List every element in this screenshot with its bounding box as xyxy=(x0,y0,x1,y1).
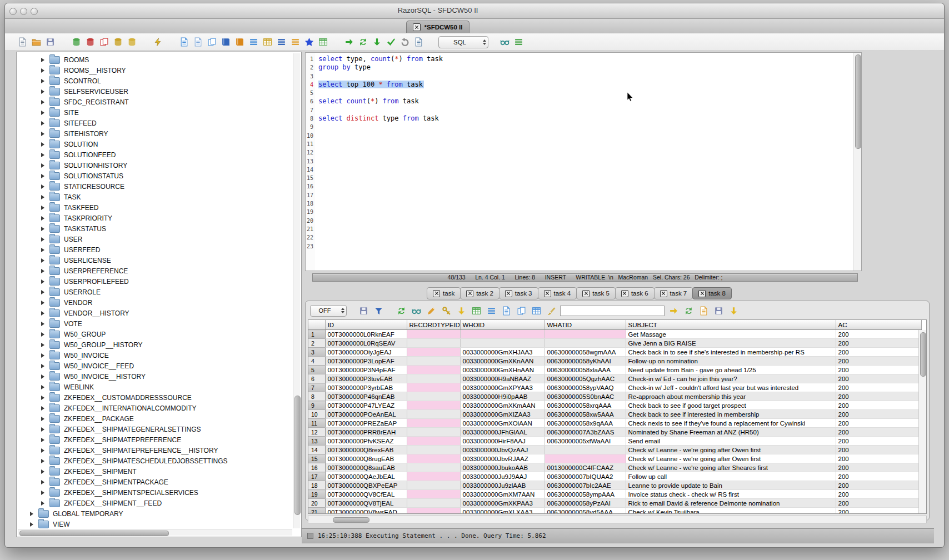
view-mode-icon[interactable] xyxy=(410,304,422,317)
expand-arrow-icon[interactable] xyxy=(41,206,44,210)
table-row[interactable]: 1300T3000000PfvKSEAZ0033000000HirF8AAJ00… xyxy=(308,437,921,446)
cell-whoid[interactable]: 0033000000GmXOiAAN xyxy=(460,419,545,428)
lookup-icon[interactable] xyxy=(498,36,511,48)
tree-item-rooms-history[interactable]: ROOMS__HISTORY xyxy=(18,65,292,76)
close-connection-icon[interactable] xyxy=(98,36,110,48)
messages-icon[interactable] xyxy=(512,36,525,48)
cell-recordtypeid[interactable] xyxy=(407,472,460,481)
cell-whoid[interactable] xyxy=(460,330,545,339)
cell-ac[interactable]: 200 xyxy=(836,383,921,392)
expand-arrow-icon[interactable] xyxy=(41,227,44,231)
tree-item-vendor[interactable]: VENDOR xyxy=(18,297,292,308)
cell-recordtypeid[interactable] xyxy=(407,366,460,374)
tree-item-vote[interactable]: VOTE xyxy=(18,318,292,329)
tab-close-icon[interactable] xyxy=(582,290,590,297)
expand-arrow-icon[interactable] xyxy=(41,353,44,358)
column-header-whoid[interactable]: WHOID xyxy=(460,320,545,330)
cell-ac[interactable]: 200 xyxy=(836,419,921,428)
tree-item-solution[interactable]: SOLUTION xyxy=(18,139,292,149)
cell-whoid[interactable] xyxy=(460,339,545,348)
cell-subject[interactable]: Check back to see if good target prospec… xyxy=(626,401,836,410)
sql-code-area[interactable]: select type, count(*) from taskgroup by … xyxy=(315,53,853,271)
cell-whatid[interactable]: 006300000058xlaAAA xyxy=(545,366,626,374)
tree-item-task[interactable]: TASK xyxy=(18,192,292,202)
cell-id[interactable]: 00T3000000P3yrbEAB xyxy=(325,383,407,392)
cell-ac[interactable]: 200 xyxy=(836,330,921,339)
format-sql-icon[interactable] xyxy=(289,36,301,48)
tree-item-site[interactable]: SITE xyxy=(18,107,292,118)
expand-arrow-icon[interactable] xyxy=(41,132,44,136)
scrollbar-thumb[interactable] xyxy=(855,54,861,149)
cell-whatid[interactable]: 0013000000C4fFCAAZ xyxy=(545,463,626,472)
expand-arrow-icon[interactable] xyxy=(41,153,44,157)
scrollbar-thumb[interactable] xyxy=(920,332,926,377)
tree-horizontal-scrollbar[interactable] xyxy=(18,529,292,536)
expand-arrow-icon[interactable] xyxy=(41,142,44,147)
cell-ac[interactable]: 200 xyxy=(836,348,921,357)
table-row[interactable]: 1900T3000000QV8CfEAL0033000000GmXM7AAN00… xyxy=(308,490,921,499)
cell-whoid[interactable]: 0033000000GmXHJAA3 xyxy=(460,348,545,357)
editor-vertical-scrollbar[interactable] xyxy=(853,53,861,271)
tree-item-zkfedex-shipmatepreference-history[interactable]: ZKFEDEX__SHIPMATEPREFERENCE__HISTORY xyxy=(18,445,292,456)
tab-close-icon[interactable] xyxy=(544,290,551,297)
cell-whoid[interactable]: 0033000000GmXKPAA3 xyxy=(460,499,545,508)
cell-whatid[interactable] xyxy=(545,454,626,463)
edit-sql-icon[interactable] xyxy=(697,304,710,317)
titlebar[interactable]: RazorSQL - SFDCW50 II xyxy=(5,3,944,19)
cell-id[interactable]: 00T3000000L0RknEAF xyxy=(325,330,407,339)
results-tab-task-3[interactable]: task 3 xyxy=(499,287,538,299)
save-results-icon[interactable] xyxy=(357,304,369,317)
cell-whoid[interactable]: 0033000000GmXLXAA3 xyxy=(460,508,545,514)
tree-item-userprofilefeed[interactable]: USERPROFILEFEED xyxy=(18,276,292,287)
cell-whoid[interactable]: 0033000000Ju9zlAAB xyxy=(460,481,545,490)
tree-item-taskpriority[interactable]: TASKPRIORITY xyxy=(18,213,292,223)
execute-sql-icon[interactable] xyxy=(152,36,164,48)
tree-item-rooms[interactable]: ROOMS xyxy=(18,54,292,65)
cell-recordtypeid[interactable] xyxy=(407,410,460,419)
cell-whoid[interactable]: 0033000000GmXHnAAN xyxy=(460,366,545,374)
table-row[interactable]: 1200T3000000PRR8rEAH0033000000JFhGlAAL00… xyxy=(308,428,921,437)
expand-arrow-icon[interactable] xyxy=(41,385,44,389)
expand-arrow-icon[interactable] xyxy=(41,469,44,474)
cell-ac[interactable]: 200 xyxy=(836,446,921,454)
tab-close-icon[interactable] xyxy=(466,290,473,297)
cell-recordtypeid[interactable] xyxy=(407,490,460,499)
column-header-subject[interactable]: SUBJECT xyxy=(626,320,836,330)
cell-id[interactable]: 00T3000000QAeJbEAL xyxy=(325,472,407,481)
cell-whatid[interactable] xyxy=(545,339,626,348)
cell-whoid[interactable]: 0033000000GmXIZAA3 xyxy=(460,410,545,419)
statement-type-select[interactable]: SQL xyxy=(438,36,488,48)
expand-arrow-icon[interactable] xyxy=(41,332,44,337)
tab-close-icon[interactable] xyxy=(413,23,421,31)
results-tab-task-8[interactable]: task 8 xyxy=(692,287,732,299)
cell-whatid[interactable] xyxy=(545,330,626,339)
cell-recordtypeid[interactable] xyxy=(407,428,460,437)
tree-item-taskfeed[interactable]: TASKFEED xyxy=(18,202,292,213)
cell-recordtypeid[interactable] xyxy=(407,392,460,401)
column-sort-icon[interactable] xyxy=(455,304,467,317)
column-header-ac[interactable]: AC xyxy=(836,320,921,330)
cell-id[interactable]: 00T3000000QBXPeEAP xyxy=(325,481,407,490)
edit-mode-icon[interactable] xyxy=(425,304,437,317)
rollback-icon[interactable] xyxy=(398,36,411,48)
cell-ac[interactable]: 200 xyxy=(836,454,921,463)
cell-subject[interactable]: Check back to see if interested in membe… xyxy=(626,410,836,419)
table-row[interactable]: 1800T3000000QBXPeEAP0033000000Ju9zlAAB00… xyxy=(308,481,921,490)
commit-icon[interactable] xyxy=(384,36,397,48)
form-view-icon[interactable] xyxy=(485,304,497,317)
cell-whoid[interactable]: 0033000000GmXM7AAN xyxy=(460,490,545,499)
tree-item-w50-invoice[interactable]: W50_INVOICE xyxy=(18,350,292,361)
new-file-icon[interactable] xyxy=(16,36,28,48)
cell-recordtypeid[interactable] xyxy=(407,348,460,357)
cell-id[interactable]: 00T3000000QV8CfEAL xyxy=(325,490,407,499)
table-row[interactable]: 1100T3000000PREZaEAP0033000000GmXOiAAN00… xyxy=(308,419,921,428)
table-row[interactable]: 900T3000000P47LYEAZ0033000000GmXKmAAN006… xyxy=(308,401,921,410)
view-log-icon[interactable] xyxy=(412,36,424,48)
tree-item-w50-group-history[interactable]: W50_GROUP__HISTORY xyxy=(18,339,292,350)
refresh-icon[interactable] xyxy=(395,304,407,317)
cell-subject[interactable]: Re-approach about membership this year xyxy=(626,392,836,401)
cell-subject[interactable]: Give Jenn a BIG RAISE xyxy=(626,339,836,348)
table-row[interactable]: 700T3000000P3yrbEAB0033000000GmXPYAA3006… xyxy=(308,383,921,392)
cell-whatid[interactable]: 00630000005QgzhAAC xyxy=(545,374,626,383)
cell-recordtypeid[interactable] xyxy=(407,339,460,348)
